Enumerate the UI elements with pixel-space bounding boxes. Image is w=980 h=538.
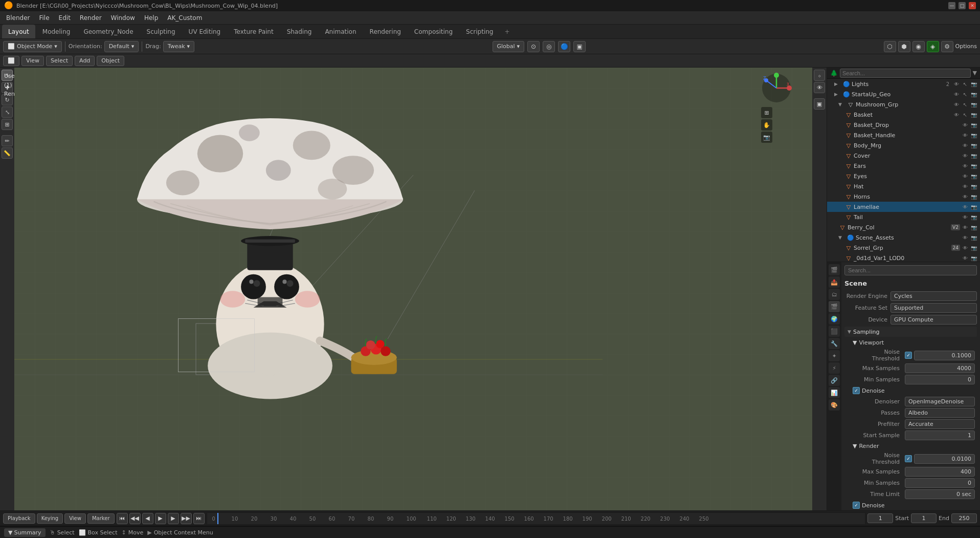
lod0-render-icon[interactable]: 📷	[970, 254, 978, 262]
timeline-playback-btn[interactable]: Playback	[3, 513, 35, 524]
ears-render-icon[interactable]: 📷	[970, 162, 978, 170]
lod0-visibility-icon[interactable]: 👁	[961, 254, 969, 262]
prop-tab-render[interactable]: 🎬	[829, 264, 840, 275]
outliner-search-input[interactable]	[840, 69, 971, 78]
prop-tab-scene[interactable]: 🎬	[829, 301, 840, 312]
lamellae-visibility-icon[interactable]: 👁	[961, 203, 969, 211]
ears-visibility-icon[interactable]: 👁	[961, 162, 969, 170]
max-samples-vp-value[interactable]: 4000	[905, 363, 975, 373]
tab-scripting[interactable]: Scripting	[460, 25, 499, 38]
menu-window[interactable]: Window	[107, 13, 139, 23]
end-frame-value[interactable]: 250	[951, 513, 977, 523]
denoise-vp-checkbox[interactable]: ✓	[853, 387, 860, 394]
outliner-item-lights[interactable]: ▶ 🔵 Lights 2 👁 ↖ 📷	[827, 79, 980, 89]
mushroomgrp-select-icon[interactable]: ↖	[961, 100, 969, 109]
sorrel-visibility-icon[interactable]: 👁	[961, 244, 969, 252]
eyes-render-icon[interactable]: 📷	[970, 172, 978, 180]
menu-help[interactable]: Help	[140, 13, 162, 23]
denoise-vp-sub-header[interactable]: ✓ Denoise	[851, 386, 975, 395]
3d-scene[interactable]: X Y Z ⊞ ✋ 📷	[14, 68, 812, 510]
noise-threshold-vp-value[interactable]: 0.1000	[914, 351, 975, 360]
horns-render-icon[interactable]: 📷	[970, 192, 978, 201]
current-frame-display[interactable]: 1	[867, 513, 893, 523]
proportional-edit-button[interactable]: ◎	[543, 41, 555, 52]
basket-handle-render-icon[interactable]: 📷	[970, 131, 978, 139]
outliner-item-cover[interactable]: ▽ Cover 👁 📷	[827, 150, 980, 161]
menu-file[interactable]: File	[35, 13, 54, 23]
time-limit-value[interactable]: 0 sec	[905, 489, 975, 499]
mode-selector-btn[interactable]: ⬜	[3, 56, 19, 66]
jump-start-btn[interactable]: ⏮	[117, 513, 128, 524]
horns-visibility-icon[interactable]: 👁	[961, 192, 969, 201]
view-menu-btn[interactable]: View	[21, 56, 44, 66]
sampling-section-header[interactable]: ▼ Sampling	[844, 327, 977, 337]
prop-tab-material[interactable]: 🎨	[829, 399, 840, 411]
noise-threshold-render-value[interactable]: 0.0100	[914, 454, 975, 464]
prefilter-value[interactable]: Accurate	[905, 419, 975, 429]
startup-render-icon[interactable]: 📷	[970, 90, 978, 98]
startup-select-icon[interactable]: ↖	[961, 90, 969, 98]
render-engine-value[interactable]: Cycles	[890, 291, 977, 301]
viewport-shading-solid[interactable]: ⬢	[898, 41, 910, 52]
timeline-marker-btn[interactable]: Marker	[87, 513, 115, 524]
navigation-gizmo[interactable]: X Y Z ⊞ ✋ 📷	[761, 73, 792, 103]
cover-visibility-icon[interactable]: 👁	[961, 152, 969, 160]
max-samples-render-value[interactable]: 400	[905, 467, 975, 477]
tab-animation[interactable]: Animation	[319, 25, 362, 38]
viewport-3d[interactable]: ↖ ✚ ↻ ⤡ ⊞ ✏ 📏 User Orthographic (1) Ligh…	[0, 68, 827, 510]
maximize-button[interactable]: □	[959, 2, 966, 9]
menu-blender[interactable]: Blender	[2, 13, 34, 23]
outliner-item-body-mrg[interactable]: ▽ Body_Mrg 👁 📷	[827, 140, 980, 150]
cursor-tool[interactable]: ↖	[2, 70, 13, 81]
select-menu-btn[interactable]: Select	[46, 56, 73, 66]
outliner-item-tail[interactable]: ▽ Tail 👁 📷	[827, 212, 980, 222]
outliner-item-basket-handle[interactable]: ▽ Basket_Handle 👁 📷	[827, 130, 980, 140]
timeline-view-btn[interactable]: View	[64, 513, 86, 524]
lamellae-render-icon[interactable]: 📷	[970, 203, 978, 211]
outliner-item-sorrel-grp[interactable]: ▽ Sorrel_Grp 24 👁 📷	[827, 243, 980, 253]
feature-set-value[interactable]: Supported	[890, 303, 977, 313]
outliner-item-ears[interactable]: ▽ Ears 👁 📷	[827, 161, 980, 171]
close-button[interactable]: ✕	[969, 2, 976, 9]
sorrel-render-icon[interactable]: 📷	[970, 244, 978, 252]
startup-visibility-icon[interactable]: 👁	[952, 90, 961, 98]
hat-render-icon[interactable]: 📷	[970, 182, 978, 190]
min-samples-render-value[interactable]: 0	[905, 478, 975, 488]
basket-render-icon[interactable]: 📷	[970, 111, 978, 119]
scale-tool[interactable]: ⤡	[2, 106, 13, 118]
passes-value[interactable]: Albedo	[905, 408, 975, 418]
basket-drop-render-icon[interactable]: 📷	[970, 121, 978, 129]
viewport-sub-header[interactable]: ▼ Viewport	[851, 338, 975, 347]
start-sample-value[interactable]: 1	[905, 431, 975, 440]
rotate-tool[interactable]: ↻	[2, 94, 13, 105]
lights-visibility-icon[interactable]: 👁	[952, 80, 961, 88]
tab-shading[interactable]: Shading	[281, 25, 318, 38]
play-btn[interactable]: ▶	[155, 513, 166, 524]
tab-compositing[interactable]: Compositing	[408, 25, 459, 38]
basket-select-icon[interactable]: ↖	[961, 111, 969, 119]
display-overlay-btn[interactable]: ⬦	[814, 70, 825, 81]
render-sub-header[interactable]: ▼ Render	[851, 442, 975, 450]
berry-col-render-icon[interactable]: 📷	[970, 223, 978, 231]
camera-btn[interactable]: 📷	[761, 132, 772, 143]
prop-tab-view-layer[interactable]: 🗂	[829, 289, 840, 300]
timeline-track[interactable]: 0 10 20 30 40 50 60 70 80 90 100 110 120…	[207, 512, 866, 525]
overlay-toggle[interactable]: 🔵	[558, 41, 570, 52]
tab-texture-paint[interactable]: Texture Paint	[228, 25, 279, 38]
snap-button[interactable]: ⊙	[527, 41, 540, 52]
menu-render[interactable]: Render	[76, 13, 106, 23]
basket-visibility-icon[interactable]: 👁	[952, 111, 961, 119]
denoise-render-checkbox[interactable]: ✓	[853, 502, 860, 509]
outliner-item-startup-geo[interactable]: ▶ 🔵 StartaUp_Geo 👁 ↖ 📷	[827, 89, 980, 99]
outliner-item-horns[interactable]: ▽ Horns 👁 📷	[827, 191, 980, 202]
tail-render-icon[interactable]: 📷	[970, 213, 978, 221]
denoise-render-sub-header[interactable]: ✓ Denoise	[851, 501, 975, 510]
view-btn[interactable]: 👁	[814, 82, 825, 93]
transform-tool[interactable]: ⊞	[2, 119, 13, 130]
prop-tab-physics[interactable]: ⚡	[829, 362, 840, 374]
prop-search-input[interactable]	[844, 265, 977, 275]
outliner-item-basket-drop[interactable]: ▽ Basket_Drop 👁 📷	[827, 120, 980, 130]
render-region-btn[interactable]: ▣	[814, 98, 825, 110]
tail-visibility-icon[interactable]: 👁	[961, 213, 969, 221]
prop-tab-world[interactable]: 🌍	[829, 313, 840, 325]
